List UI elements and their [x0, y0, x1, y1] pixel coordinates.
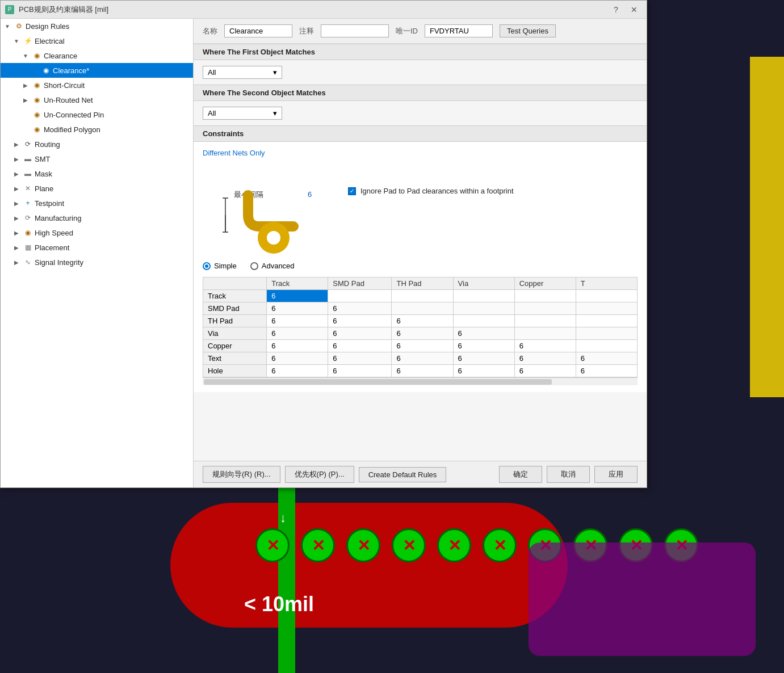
close-button[interactable]: ✕ — [626, 3, 642, 16]
table-cell[interactable]: 6 — [514, 340, 576, 352]
table-cell[interactable]: 6 — [392, 365, 453, 377]
table-cell[interactable]: 6 — [453, 365, 514, 377]
table-cell[interactable]: 6 — [453, 340, 514, 352]
clearance-star-icon: ◉ — [41, 65, 51, 75]
first-object-dropdown[interactable]: All ▾ — [203, 66, 282, 79]
name-label: 名称 — [203, 26, 217, 36]
horizontal-scrollbar[interactable] — [203, 377, 638, 385]
table-cell[interactable] — [576, 327, 637, 340]
tree-item-clearance-group[interactable]: ▼ ◉ Clearance — [1, 48, 193, 63]
table-cell[interactable] — [576, 340, 637, 352]
tree-label-design-rules: Design Rules — [26, 22, 69, 31]
expand-icon: ▶ — [12, 213, 21, 222]
tree-item-design-rules[interactable]: ▼ ⚙ Design Rules — [1, 19, 193, 33]
second-object-header: Where The Second Object Matches — [194, 85, 647, 101]
clearance-diagram: 最小间隔 6 — [203, 164, 339, 255]
table-cell[interactable]: 6 — [328, 315, 392, 327]
test-queries-button[interactable]: Test Queries — [500, 24, 556, 37]
table-cell[interactable] — [453, 302, 514, 315]
tree-item-plane[interactable]: ▶ ✕ Plane — [1, 181, 193, 196]
row-label: Copper — [203, 340, 267, 352]
placement-icon: ▦ — [23, 242, 33, 253]
rule-name-input[interactable] — [224, 24, 292, 37]
table-cell[interactable] — [328, 290, 392, 302]
tree-item-modified-polygon[interactable]: ◉ Modified Polygon — [1, 122, 193, 137]
table-cell[interactable]: 6 — [514, 365, 576, 377]
table-cell[interactable] — [392, 290, 453, 302]
second-object-dropdown[interactable]: All ▾ — [203, 107, 282, 120]
table-cell[interactable]: 6 — [267, 340, 328, 352]
table-cell[interactable]: 6 — [267, 302, 328, 315]
pcb-marker: ✕ — [301, 528, 335, 562]
scrollbar-thumb — [204, 379, 552, 385]
diff-nets-only-link[interactable]: Different Nets Only — [203, 149, 638, 157]
simple-radio-option[interactable]: Simple — [203, 262, 237, 270]
advanced-radio-option[interactable]: Advanced — [250, 262, 295, 270]
table-cell[interactable]: 6 — [267, 365, 328, 377]
tree-item-un-connected-pin[interactable]: ◉ Un-Connected Pin — [1, 107, 193, 122]
min-clearance-row: 最小间隔 6 — [203, 164, 638, 255]
table-cell[interactable]: 6 — [392, 327, 453, 340]
tree-item-signal-integrity[interactable]: ▶ ∿ Signal Integrity — [1, 255, 193, 270]
priority-button[interactable]: 优先权(P) (P)... — [285, 466, 354, 483]
tree-item-mask[interactable]: ▶ ▬ Mask — [1, 166, 193, 181]
table-cell[interactable]: 6 — [453, 327, 514, 340]
clearance-table: Track SMD Pad TH Pad Via Copper T Track6… — [203, 277, 638, 377]
table-cell[interactable] — [514, 302, 576, 315]
rule-comment-input[interactable] — [321, 24, 389, 37]
tree-label-placement: Placement — [35, 243, 69, 252]
table-cell[interactable] — [576, 315, 637, 327]
create-defaults-button[interactable]: Create Default Rules — [359, 467, 447, 482]
table-cell[interactable]: 6 — [328, 365, 392, 377]
help-button[interactable]: ? — [608, 3, 624, 16]
ok-button[interactable]: 确定 — [499, 466, 542, 483]
table-cell[interactable]: 6 — [328, 352, 392, 365]
table-cell[interactable] — [576, 290, 637, 302]
table-cell[interactable]: 6 — [267, 352, 328, 365]
tree-item-clearance-star[interactable]: ◉ Clearance* — [1, 63, 193, 78]
cancel-button[interactable]: 取消 — [547, 466, 590, 483]
table-cell[interactable]: 6 — [328, 302, 392, 315]
table-cell[interactable] — [514, 290, 576, 302]
tree-item-short-circuit[interactable]: ▶ ◉ Short-Circuit — [1, 78, 193, 92]
table-cell[interactable] — [453, 315, 514, 327]
second-object-body: All ▾ — [194, 101, 647, 125]
tree-item-smt[interactable]: ▶ ▬ SMT — [1, 152, 193, 166]
table-cell[interactable]: 6 — [328, 327, 392, 340]
expand-icon: ▼ — [21, 51, 30, 60]
table-row: Text666666 — [203, 352, 638, 365]
tree-item-placement[interactable]: ▶ ▦ Placement — [1, 240, 193, 255]
rule-header: 名称 注释 唯一ID Test Queries — [194, 19, 647, 44]
table-cell[interactable]: 6 — [576, 365, 637, 377]
table-cell[interactable] — [453, 290, 514, 302]
tree-item-testpoint[interactable]: ▶ + Testpoint — [1, 196, 193, 211]
expand-icon: ▶ — [12, 140, 21, 149]
tree-item-routing[interactable]: ▶ ⟳ Routing — [1, 137, 193, 152]
rules-guide-button[interactable]: 规则向导(R) (R)... — [203, 466, 280, 483]
tree-item-electrical[interactable]: ▼ ⚡ Electrical — [1, 33, 193, 48]
high-speed-icon: ◉ — [23, 228, 33, 238]
table-cell[interactable]: 6 — [453, 352, 514, 365]
table-cell[interactable]: 6 — [392, 315, 453, 327]
tree-item-un-routed-net[interactable]: ▶ ◉ Un-Routed Net — [1, 92, 193, 107]
table-cell[interactable]: 6 — [267, 290, 328, 302]
table-cell[interactable]: 6 — [514, 352, 576, 365]
table-cell[interactable] — [576, 302, 637, 315]
apply-button[interactable]: 应用 — [594, 466, 638, 483]
expand-icon: ▶ — [12, 199, 21, 208]
radio-row: Simple Advanced — [203, 262, 638, 270]
pcb-marker: ✕ — [346, 528, 380, 562]
ignore-pad-checkbox[interactable]: ✓ — [348, 187, 356, 195]
table-cell[interactable]: 6 — [267, 315, 328, 327]
tree-item-high-speed[interactable]: ▶ ◉ High Speed — [1, 225, 193, 240]
table-cell[interactable] — [392, 302, 453, 315]
rule-uid-input[interactable] — [425, 24, 493, 37]
tree-item-manufacturing[interactable]: ▶ ⟳ Manufacturing — [1, 211, 193, 225]
table-cell[interactable]: 6 — [267, 327, 328, 340]
table-cell[interactable] — [514, 327, 576, 340]
table-cell[interactable]: 6 — [576, 352, 637, 365]
table-cell[interactable]: 6 — [392, 340, 453, 352]
table-cell[interactable]: 6 — [328, 340, 392, 352]
table-cell[interactable]: 6 — [392, 352, 453, 365]
table-cell[interactable] — [514, 315, 576, 327]
